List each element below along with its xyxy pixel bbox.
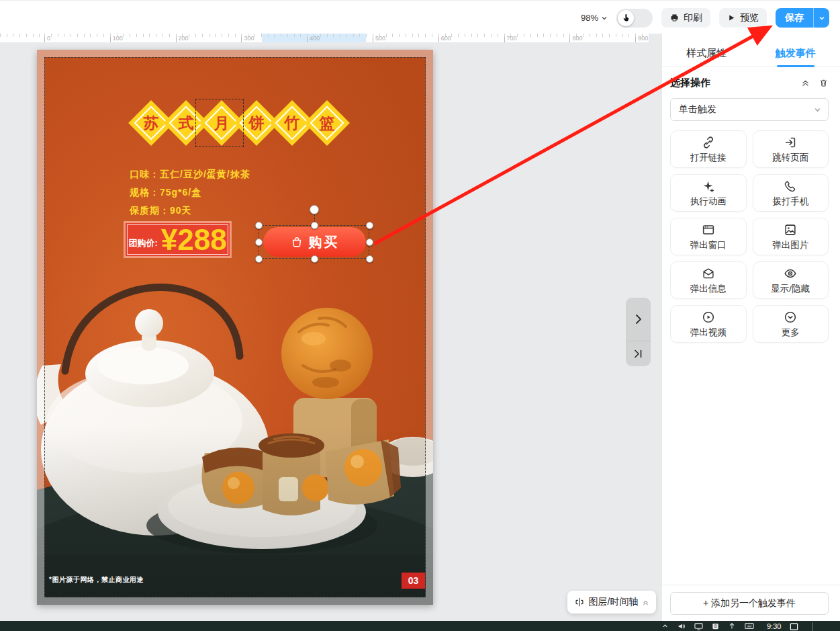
chevron-right-icon — [633, 314, 644, 325]
notification-icon[interactable] — [790, 622, 798, 631]
volume-icon[interactable] — [678, 622, 686, 630]
trigger-type-select[interactable]: 单击触发 — [670, 98, 829, 121]
last-page-button[interactable] — [626, 341, 651, 366]
chevron-down-icon — [814, 106, 821, 114]
trigger-actions-grid: 打开链接跳转页面执行动画拨打手机弹出窗口弹出图片弹出信息显示/隐藏弹出视频更多 — [670, 130, 829, 343]
ruler-label: 100 — [113, 35, 123, 42]
title-diamond[interactable]: 竹 — [273, 104, 311, 142]
page-number-badge: 03 — [402, 573, 425, 589]
action-button-popup-image[interactable]: 弹出图片 — [753, 218, 829, 255]
print-button[interactable]: 印刷 — [661, 8, 710, 28]
ruler-label: 300 — [244, 35, 254, 42]
show-desktop-divider[interactable] — [812, 622, 813, 631]
resize-handle-mid-left[interactable] — [255, 239, 263, 246]
ruler-label: 0 — [47, 35, 50, 42]
tray-chevron-up-icon[interactable] — [661, 622, 669, 630]
action-button-popup-window[interactable]: 弹出窗口 — [670, 218, 747, 255]
action-button-phone[interactable]: 拨打手机 — [753, 174, 829, 212]
keyboard-icon[interactable] — [745, 622, 754, 630]
rotation-handle[interactable] — [310, 205, 319, 214]
play-icon — [727, 13, 736, 22]
price-box[interactable]: 团购价: ¥288 — [124, 221, 232, 258]
layers-timeline-button[interactable]: 图层/时间轴 — [567, 591, 656, 614]
popup-image-icon — [783, 222, 798, 237]
resize-handle-top-left[interactable] — [255, 222, 263, 229]
app-badge-icon[interactable]: 8 — [712, 622, 719, 630]
title-character: 篮 — [320, 113, 335, 134]
action-button-jump-page[interactable]: 跳转页面 — [753, 130, 829, 168]
action-button-link[interactable]: 打开链接 — [670, 130, 747, 168]
resize-handle-bottom-right[interactable] — [366, 255, 373, 263]
title-character: 饼 — [249, 113, 265, 134]
ruler-label: 400 — [310, 35, 320, 42]
save-button-group: 保存 — [776, 8, 829, 28]
title-diamond[interactable]: 苏 — [132, 104, 170, 142]
chevron-down-icon — [819, 15, 825, 22]
resize-handle-top-center[interactable] — [311, 222, 318, 229]
chevron-down-icon — [601, 15, 608, 22]
save-button[interactable]: 保存 — [776, 8, 813, 28]
display-icon[interactable] — [694, 622, 703, 630]
diamond-shape: 苏 — [134, 106, 169, 140]
bleed-strip — [37, 50, 433, 57]
section-title: 选择操作 — [670, 77, 800, 89]
product-info: 口味：五仁/豆沙/蛋黄/抹茶规格：75g*6/盒保质期：90天 — [130, 169, 250, 217]
diamond-shape: 竹 — [275, 106, 309, 140]
resize-handle-top-right[interactable] — [366, 222, 373, 229]
save-dropdown-button[interactable] — [813, 8, 829, 28]
action-button-popup-message[interactable]: 弹出信息 — [670, 261, 747, 299]
next-page-button[interactable] — [626, 298, 651, 341]
collapse-icon[interactable] — [800, 78, 810, 88]
action-button-show-hide[interactable]: 显示/隐藏 — [753, 261, 829, 299]
printer-icon — [669, 13, 680, 23]
zoom-level-control[interactable]: 98% — [581, 13, 608, 23]
trash-icon[interactable] — [819, 78, 829, 88]
preview-button-label: 预览 — [740, 12, 759, 24]
chevron-right-bar-icon — [633, 349, 643, 358]
clock[interactable]: 9:30 — [767, 622, 781, 630]
zoom-level-value: 98% — [581, 13, 598, 23]
action-button-more[interactable]: 更多 — [753, 305, 829, 343]
action-button-label: 显示/隐藏 — [771, 283, 810, 295]
title-character: 式 — [179, 113, 194, 134]
diamond-shape: 饼 — [240, 106, 274, 140]
cursor-up-icon[interactable] — [728, 622, 736, 630]
action-button-label: 更多 — [782, 327, 800, 339]
poster-canvas[interactable]: 苏式月饼竹篮 口味：五仁/豆沙/蛋黄/抹茶规格：75g*6/盒保质期：90天 团… — [37, 50, 433, 605]
touch-mode-toggle[interactable] — [616, 9, 653, 28]
character-selection-box[interactable] — [195, 99, 244, 147]
ruler-ticks — [0, 34, 649, 42]
layers-timeline-label: 图层/时间轴 — [589, 596, 639, 608]
action-button-popup-video[interactable]: 弹出视频 — [670, 305, 747, 343]
ruler-label: 600 — [441, 35, 451, 42]
product-info-line: 保质期：90天 — [130, 205, 250, 217]
phone-icon — [783, 179, 798, 194]
action-button-label: 弹出窗口 — [690, 239, 727, 251]
title-diamond[interactable]: 篮 — [308, 104, 346, 142]
tab-trigger-events[interactable]: 触发事件 — [751, 42, 840, 67]
action-button-animation[interactable]: 执行动画 — [670, 174, 747, 212]
add-trigger-button[interactable]: + 添加另一个触发事件 — [670, 592, 829, 615]
bleed-strip — [37, 597, 433, 605]
jump-page-icon — [783, 135, 798, 150]
panel-footer: + 添加另一个触发事件 — [662, 585, 840, 621]
toggle-knob — [618, 10, 634, 26]
element-selection-box[interactable] — [259, 225, 369, 259]
resize-handle-bottom-center[interactable] — [311, 255, 318, 263]
bleed-strip — [426, 57, 433, 597]
ruler-label: 200 — [179, 35, 189, 42]
properties-panel: 样式属性触发事件 选择操作 单击触发 打开链接跳转页面执行动画拨打手机弹出窗口弹… — [661, 34, 840, 621]
ruler-label: 800 — [572, 35, 582, 42]
title-character: 竹 — [284, 113, 299, 134]
price-label: 团购价: — [128, 237, 157, 249]
popup-message-icon — [701, 266, 716, 281]
preview-button[interactable]: 预览 — [719, 8, 767, 28]
action-button-label: 打开链接 — [690, 152, 727, 164]
show-hide-icon — [783, 266, 798, 281]
resize-handle-bottom-left[interactable] — [255, 255, 263, 263]
action-button-label: 弹出信息 — [690, 283, 727, 295]
image-disclaimer: *图片源于网络，禁止商业用途 — [49, 575, 144, 585]
bleed-strip — [37, 57, 44, 597]
resize-handle-mid-right[interactable] — [366, 239, 373, 246]
tab-style-properties[interactable]: 样式属性 — [662, 42, 751, 67]
